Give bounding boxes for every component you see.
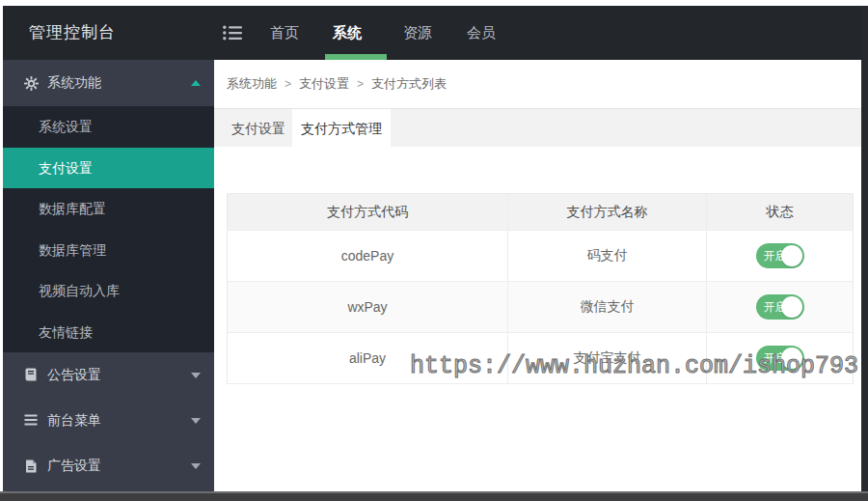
breadcrumb-separator: > <box>285 77 291 91</box>
table-row: aliPay 支付宝支付 开启 <box>228 333 853 384</box>
sidebar: 系统功能 系统设置 支付设置 数据库配置 数据库管理 视频自动入库 友情链接 公… <box>3 60 214 491</box>
breadcrumb-item: 支付方式列表 <box>371 75 447 93</box>
tab-payment-method-manage[interactable]: 支付方式管理 <box>292 109 391 148</box>
sidebar-item-video-auto-import[interactable]: 视频自动入库 <box>3 270 214 312</box>
payment-methods-table: 支付方式代码 支付方式名称 状态 codePay 码支付 开启 wxPay 微信… <box>227 193 854 384</box>
sidebar-group-system-functions[interactable]: 系统功能 <box>3 60 214 106</box>
book-icon <box>24 368 39 382</box>
main-content: 系统功能 > 支付设置 > 支付方式列表 支付设置 支付方式管理 支付方式代码 … <box>214 60 861 491</box>
column-header-name: 支付方式名称 <box>508 194 707 231</box>
table-header-row: 支付方式代码 支付方式名称 状态 <box>228 194 853 231</box>
file-icon <box>24 459 39 474</box>
toggle-knob <box>781 296 802 318</box>
cell-status: 开启 <box>707 231 853 282</box>
app-title: 管理控制台 <box>29 6 116 60</box>
toggle-knob <box>781 245 802 266</box>
sidebar-group-front-menu[interactable]: 前台菜单 <box>3 398 214 443</box>
cell-status: 开启 <box>707 282 853 333</box>
sidebar-item-friend-links[interactable]: 友情链接 <box>3 312 214 353</box>
column-header-status: 状态 <box>707 194 853 231</box>
status-toggle-on[interactable]: 开启 <box>756 243 804 268</box>
top-header-bar: 管理控制台 首页 系统 资源 会员 <box>3 6 861 60</box>
sidebar-group-label: 系统功能 <box>47 74 191 92</box>
table-row: codePay 码支付 开启 <box>228 231 853 282</box>
cell-code: aliPay <box>228 333 508 384</box>
table-row: wxPay 微信支付 开启 <box>228 282 853 333</box>
cell-status: 开启 <box>707 333 853 384</box>
gear-icon <box>24 76 39 91</box>
tab-bar: 支付设置 支付方式管理 <box>214 108 861 147</box>
breadcrumb: 系统功能 > 支付设置 > 支付方式列表 <box>214 60 861 108</box>
cell-code: codePay <box>228 231 508 282</box>
sidebar-item-system-settings[interactable]: 系统设置 <box>3 106 214 148</box>
window-right-edge <box>861 6 868 491</box>
toggle-knob <box>781 348 802 369</box>
status-toggle-on[interactable]: 开启 <box>756 346 804 371</box>
sidebar-group-label: 前台菜单 <box>47 412 191 430</box>
cell-code: wxPay <box>228 282 508 333</box>
topnav-home[interactable]: 首页 <box>270 6 299 60</box>
topnav-members[interactable]: 会员 <box>467 6 496 60</box>
status-toggle-on[interactable]: 开启 <box>756 294 804 320</box>
chevron-down-icon <box>191 373 201 378</box>
sidebar-group-announcements[interactable]: 公告设置 <box>3 352 214 398</box>
sidebar-item-database-config[interactable]: 数据库配置 <box>3 188 214 230</box>
chevron-down-icon <box>191 418 201 424</box>
breadcrumb-item[interactable]: 支付设置 <box>299 75 349 93</box>
sidebar-submenu: 系统设置 支付设置 数据库配置 数据库管理 视频自动入库 友情链接 <box>3 106 214 352</box>
chevron-up-icon <box>191 80 201 86</box>
cell-name: 微信支付 <box>508 282 707 333</box>
cell-name: 码支付 <box>508 231 707 282</box>
breadcrumb-separator: > <box>357 77 364 91</box>
topnav-resources[interactable]: 资源 <box>403 6 432 60</box>
chevron-down-icon <box>191 463 201 469</box>
sidebar-item-database-manage[interactable]: 数据库管理 <box>3 230 214 271</box>
breadcrumb-item[interactable]: 系统功能 <box>227 75 277 93</box>
topnav-system[interactable]: 系统 <box>333 6 362 60</box>
sidebar-item-payment-settings[interactable]: 支付设置 <box>3 148 214 189</box>
tab-payment-settings[interactable]: 支付设置 <box>225 109 292 148</box>
sidebar-group-label: 公告设置 <box>47 367 191 384</box>
cell-name: 支付宝支付 <box>508 333 707 384</box>
list-icon <box>223 25 242 41</box>
sidebar-group-ad-settings[interactable]: 广告设置 <box>3 444 214 489</box>
column-header-code: 支付方式代码 <box>228 194 508 231</box>
sidebar-group-label: 广告设置 <box>47 458 191 475</box>
window-bottom-edge <box>0 491 868 501</box>
list-icon <box>24 413 39 428</box>
menu-toggle-icon[interactable] <box>223 25 242 41</box>
sidebar-groups: 公告设置 前台菜单 广告设 <box>3 352 214 489</box>
